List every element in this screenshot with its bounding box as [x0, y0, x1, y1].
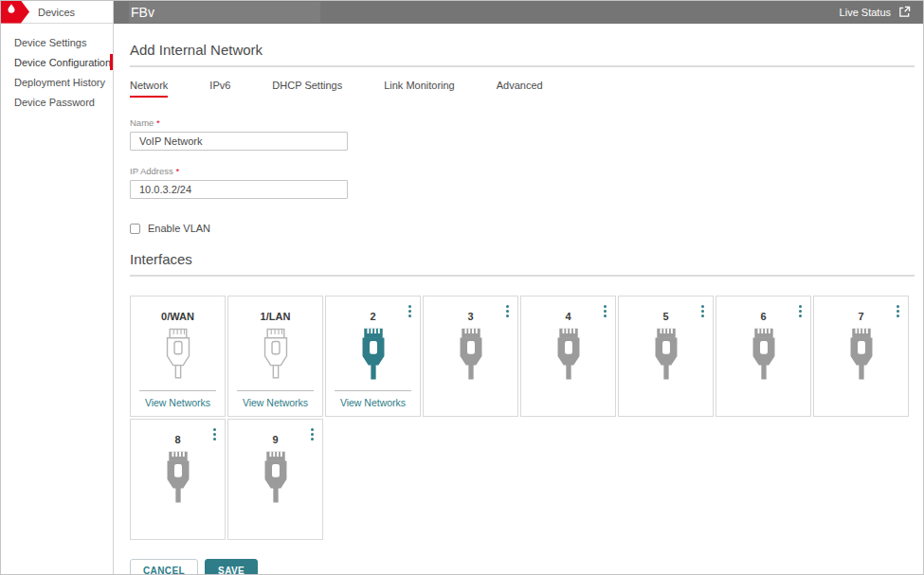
interface-label: 1/LAN	[228, 311, 322, 322]
ethernet-plug-icon	[228, 450, 322, 507]
ip-address-label-text: IP Address	[130, 166, 173, 176]
interface-card-5: 5	[618, 296, 714, 417]
kebab-menu-icon[interactable]	[309, 426, 316, 442]
tab-link-monitoring[interactable]: Link Monitoring	[384, 80, 455, 98]
brand-logo	[1, 1, 29, 24]
sidebar-title: Devices	[38, 7, 75, 18]
sidebar-item-device-configuration[interactable]: Device Configuration	[1, 52, 113, 72]
ethernet-plug-icon	[716, 327, 810, 384]
live-status-link[interactable]: Live Status	[840, 6, 911, 20]
main-panel: FBv Live Status Add Internal Network Net…	[114, 1, 923, 574]
card-link-area: View Networks	[326, 390, 420, 416]
interface-card-8: 8	[130, 419, 226, 540]
interface-label: 0/WAN	[131, 311, 225, 322]
required-asterisk: *	[175, 166, 179, 176]
enable-vlan-row: Enable VLAN	[130, 223, 915, 234]
sidebar: Devices Device SettingsDevice Configurat…	[1, 1, 114, 574]
view-networks-link[interactable]: View Networks	[228, 391, 322, 416]
ethernet-plug-icon	[131, 327, 225, 384]
name-input[interactable]	[130, 132, 348, 151]
kebab-menu-icon[interactable]	[797, 303, 804, 319]
card-link-area: View Networks	[131, 390, 225, 416]
ethernet-plug-icon	[326, 327, 420, 384]
tab-ipv6[interactable]: IPv6	[209, 80, 230, 98]
save-button[interactable]: SAVE	[205, 559, 258, 575]
cancel-button[interactable]: CANCEL	[130, 559, 198, 575]
flame-icon	[6, 3, 17, 21]
ethernet-plug-icon	[619, 327, 713, 384]
app-window: Devices Device SettingsDevice Configurat…	[0, 0, 924, 575]
tab-network[interactable]: Network	[130, 80, 168, 98]
required-asterisk: *	[156, 117, 160, 128]
tab-dhcp-settings[interactable]: DHCP Settings	[272, 80, 342, 98]
ethernet-plug-icon	[228, 327, 322, 384]
content-area: Add Internal Network NetworkIPv6DHCP Set…	[114, 24, 923, 575]
kebab-menu-icon[interactable]	[407, 303, 413, 319]
kebab-menu-icon[interactable]	[504, 303, 511, 319]
ip-address-input[interactable]	[130, 180, 348, 199]
interface-card-0-wan: 0/WANView Networks	[130, 296, 226, 417]
ethernet-plug-icon	[814, 327, 908, 384]
interface-card-4: 4	[520, 296, 616, 417]
card-link-area: View Networks	[228, 390, 322, 416]
section-title-add-internal-network: Add Internal Network	[130, 24, 915, 67]
enable-vlan-checkbox[interactable]	[130, 224, 140, 234]
sidebar-item-device-settings[interactable]: Device Settings	[1, 32, 113, 52]
name-label-text: Name	[130, 117, 154, 128]
ip-address-field-group: IP Address *	[130, 166, 915, 199]
ethernet-plug-icon	[424, 327, 517, 384]
sidebar-header: Devices	[1, 1, 113, 24]
kebab-menu-icon[interactable]	[895, 303, 901, 319]
tab-advanced[interactable]: Advanced	[497, 80, 543, 98]
form-tabs: NetworkIPv6DHCP SettingsLink MonitoringA…	[130, 80, 915, 98]
interface-card-1-lan: 1/LANView Networks	[227, 296, 323, 417]
sidebar-item-deployment-history[interactable]: Deployment History	[1, 72, 113, 92]
form-actions: CANCEL SAVE	[130, 559, 915, 575]
ethernet-plug-icon	[131, 450, 225, 507]
view-networks-link[interactable]: View Networks	[326, 391, 420, 416]
view-networks-link[interactable]: View Networks	[131, 391, 225, 416]
section-title-interfaces: Interfaces	[130, 234, 915, 277]
kebab-menu-icon[interactable]	[699, 303, 706, 319]
kebab-menu-icon[interactable]	[602, 303, 608, 319]
device-name: FBv	[131, 5, 154, 20]
sidebar-item-device-password[interactable]: Device Password	[1, 92, 113, 112]
enable-vlan-label: Enable VLAN	[148, 223, 210, 234]
live-status-label: Live Status	[840, 7, 891, 18]
interface-card-2: 2View Networks	[325, 296, 421, 417]
external-link-icon	[898, 6, 911, 20]
interfaces-grid: 0/WANView Networks1/LANView Networks2Vie…	[130, 296, 915, 540]
kebab-menu-icon[interactable]	[211, 426, 218, 442]
name-field-label: Name *	[130, 117, 915, 128]
ip-address-field-label: IP Address *	[130, 166, 915, 176]
sidebar-nav: Device SettingsDevice ConfigurationDeplo…	[1, 24, 113, 112]
name-field-group: Name *	[130, 117, 915, 151]
interface-card-9: 9	[227, 419, 323, 540]
interface-card-6: 6	[716, 296, 811, 417]
ethernet-plug-icon	[521, 327, 615, 384]
interface-card-3: 3	[423, 296, 518, 417]
header-highlight	[129, 2, 320, 23]
interface-card-7: 7	[813, 296, 909, 417]
device-header-bar: FBv Live Status	[114, 1, 923, 24]
